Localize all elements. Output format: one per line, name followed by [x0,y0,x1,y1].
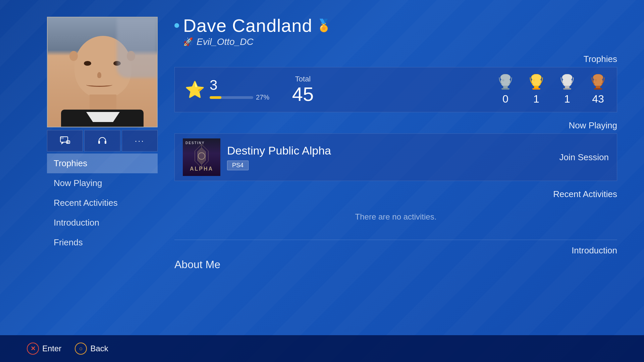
about-me-label: About Me [174,258,617,271]
game-card: DESTINY ALPHA Destiny Publ [174,133,617,181]
game-thumbnail: DESTINY ALPHA [183,138,220,176]
trophy-progress-bar-container [210,96,253,99]
nav-item-recent-activities[interactable]: Recent Activities [47,193,158,213]
trophy-level-number: 3 [210,78,269,92]
more-button[interactable]: ··· [122,130,158,152]
bottom-bar: ✕ Enter ○ Back [0,335,644,362]
svg-rect-20 [596,86,600,88]
svg-point-14 [533,79,535,81]
back-action: ○ Back [75,343,108,355]
trophy-total-block: Total 45 [283,75,323,105]
now-playing-section: Now Playing DESTINY ALPHA [174,120,617,181]
svg-rect-16 [565,86,569,88]
trophy-total-label: Total [295,75,311,83]
platform-badge: PS4 [227,161,249,170]
destiny-emblem-icon [190,143,213,170]
now-playing-section-label: Now Playing [174,120,617,131]
nav-item-introduction[interactable]: Introduction [47,213,158,233]
nav-item-friends[interactable]: Friends [47,233,158,252]
svg-rect-1 [60,137,64,139]
profile-header: Dave Candland 🏅 🚀 Evil_Otto_DC [174,15,617,47]
trophies-card: ⭐ 3 27% Total 45 [174,67,617,112]
enter-action: ✕ Enter [27,343,61,355]
silver-alt-trophy-block: 1 [558,74,576,105]
gold-trophy-icon [528,74,545,92]
game-title: Destiny Public Alpha [227,144,553,157]
svg-rect-6 [105,141,106,144]
profile-name: Dave Candland [183,15,312,36]
rocket-icon: 🚀 [183,37,193,47]
back-label: Back [90,344,108,353]
silver-trophy-count: 0 [502,93,508,105]
silver-trophy-icon [497,74,514,92]
bronze-trophy-block: 43 [589,74,607,105]
nav-item-trophies[interactable]: Trophies [47,154,158,173]
join-session-button[interactable]: Join Session [559,152,609,163]
main-container: ··· Trophies Now Playing Recent Activiti… [0,0,644,362]
svg-rect-21 [594,88,602,89]
trophy-counts: 0 1 [336,74,607,105]
message-icon [60,135,70,146]
x-button-icon: ✕ [27,343,39,355]
nav-item-now-playing[interactable]: Now Playing [47,173,158,193]
svg-rect-5 [98,141,100,144]
destiny-alpha-label: ALPHA [190,166,213,172]
nav-menu: Trophies Now Playing Recent Activities I… [47,154,158,252]
game-info: Destiny Public Alpha PS4 [227,144,553,170]
online-status-dot [174,23,179,28]
introduction-section: Introduction About Me [174,240,617,271]
o-button-icon: ○ [75,343,87,355]
ps-plus-icon: 🏅 [316,18,331,33]
gold-trophy-block: 1 [528,74,545,105]
svg-rect-13 [532,88,540,89]
svg-rect-9 [501,88,509,89]
trophy-total-number: 45 [292,83,314,105]
left-panel: ··· Trophies Now Playing Recent Activiti… [0,0,164,362]
svg-rect-12 [534,86,538,88]
headset-button[interactable] [84,130,120,152]
bronze-trophy-count: 43 [592,93,604,105]
more-icon: ··· [135,136,145,145]
svg-marker-24 [198,148,206,165]
svg-rect-17 [563,88,571,89]
recent-activities-label: Recent Activities [174,189,617,199]
no-activities-text: There are no activities. [174,202,617,232]
recent-activities-section: Recent Activities There are no activitie… [174,189,617,232]
svg-point-10 [502,79,504,81]
trophy-level-info: 3 27% [210,78,269,101]
avatar [47,17,158,127]
trophy-progress-bar [210,96,221,99]
psn-id: Evil_Otto_DC [197,37,254,47]
svg-rect-8 [503,86,507,88]
headset-icon [97,135,108,146]
svg-point-22 [595,79,597,81]
silver-trophy-block: 0 [497,74,514,105]
enter-label: Enter [42,344,61,353]
gold-trophy-count: 1 [533,93,539,105]
svg-point-18 [564,79,566,81]
trophies-section-label: Trophies [174,54,617,64]
bronze-trophy-icon [589,74,607,92]
silver-alt-trophy-icon [558,74,576,92]
trophy-star-icon: ⭐ [185,80,205,99]
trophy-progress-pct: 27% [256,94,269,101]
introduction-section-label: Introduction [174,245,617,256]
action-buttons: ··· [47,130,158,152]
trophy-level-block: ⭐ 3 27% [185,78,269,101]
right-panel: Dave Candland 🏅 🚀 Evil_Otto_DC Trophies … [164,0,644,362]
message-button[interactable] [47,130,83,152]
silver-alt-trophy-count: 1 [564,93,570,105]
